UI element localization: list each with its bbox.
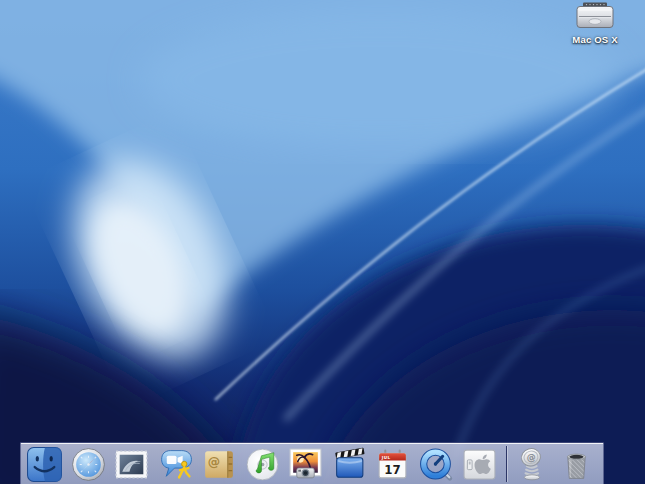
dock-item-ical[interactable]: JUL 17: [374, 446, 411, 483]
imovie-icon: [331, 446, 368, 483]
address-book-icon: @: [200, 446, 237, 483]
dock-item-url-link[interactable]: @: [514, 446, 551, 483]
dock-item-quicktime[interactable]: [418, 446, 455, 483]
ical-icon: JUL 17: [374, 446, 411, 483]
dock-separator: [506, 446, 507, 482]
iphoto-icon: [287, 446, 324, 483]
dock-item-itunes[interactable]: [244, 446, 281, 483]
ichat-icon: [157, 446, 194, 483]
dock-item-finder[interactable]: [26, 446, 63, 483]
dock-item-imovie[interactable]: [331, 446, 368, 483]
finder-icon: [26, 446, 63, 483]
itunes-icon: [244, 446, 281, 483]
dock-item-mail[interactable]: [113, 446, 150, 483]
hard-disk-icon: [573, 2, 617, 32]
desktop-icon-macosx[interactable]: Mac OS X: [565, 2, 625, 45]
dock-item-iphoto[interactable]: [287, 446, 324, 483]
dock-item-address-book[interactable]: @: [200, 446, 237, 483]
trash-icon: [558, 446, 595, 483]
dock-item-trash[interactable]: [558, 446, 595, 483]
ical-date-text: 17: [384, 463, 400, 477]
url-link-icon: @: [514, 446, 551, 483]
dock-item-safari[interactable]: [70, 446, 107, 483]
ical-month-text: JUL: [381, 454, 391, 459]
dock-item-system-preferences[interactable]: [461, 446, 498, 483]
address-book-at-glyph: @: [208, 455, 220, 469]
mail-icon: [113, 446, 150, 483]
aqua-blue-wallpaper: [0, 0, 645, 484]
quicktime-icon: [418, 446, 455, 483]
dock: @: [20, 442, 604, 484]
disk-label: Mac OS X: [572, 34, 617, 45]
system-preferences-icon: [461, 446, 498, 483]
desktop[interactable]: Mac OS X: [0, 0, 645, 484]
safari-icon: [70, 446, 107, 483]
dock-item-ichat[interactable]: [157, 446, 194, 483]
